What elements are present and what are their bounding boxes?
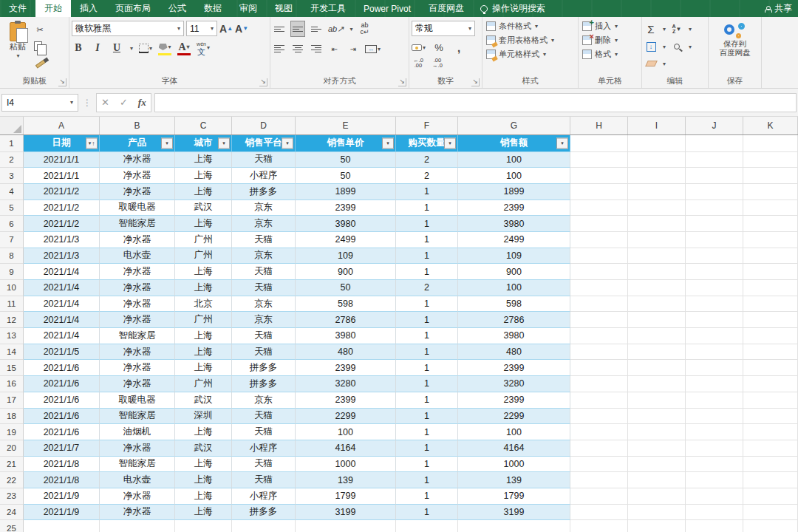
table-cell[interactable]: 广州 bbox=[175, 232, 232, 248]
table-cell[interactable]: 电水壶 bbox=[100, 472, 175, 488]
table-cell[interactable]: 2021/1/8 bbox=[24, 457, 100, 473]
empty-cell[interactable] bbox=[686, 505, 743, 521]
empty-cell[interactable] bbox=[686, 152, 743, 168]
empty-cell[interactable] bbox=[570, 232, 628, 248]
empty-cell[interactable] bbox=[686, 168, 743, 184]
table-cell[interactable]: 上海 bbox=[175, 472, 232, 488]
row-number[interactable]: 9 bbox=[0, 264, 24, 280]
wrap-text-button[interactable]: abc↵ bbox=[358, 21, 371, 36]
filter-sort-button[interactable]: ▾↑ bbox=[86, 137, 98, 149]
table-cell[interactable]: 智能家居 bbox=[100, 216, 175, 232]
table-cell[interactable]: 2021/1/4 bbox=[24, 328, 100, 344]
row-number[interactable]: 25 bbox=[0, 520, 24, 532]
filter-button[interactable]: ▾ bbox=[382, 137, 394, 149]
align-center-button[interactable] bbox=[291, 41, 304, 56]
empty-cell[interactable] bbox=[628, 280, 686, 296]
top-align-button[interactable] bbox=[273, 21, 286, 36]
bold-button[interactable]: B bbox=[72, 41, 85, 55]
table-cell[interactable]: 1799 bbox=[296, 488, 396, 505]
table-cell[interactable]: 1899 bbox=[458, 184, 570, 200]
empty-cell[interactable] bbox=[570, 440, 628, 457]
table-cell[interactable]: 2021/1/4 bbox=[24, 280, 100, 296]
table-header-platform[interactable]: 销售平台 ▾ bbox=[232, 135, 296, 152]
empty-cell[interactable] bbox=[628, 296, 686, 313]
row-number[interactable]: 5 bbox=[0, 200, 24, 216]
table-cell[interactable]: 天猫 bbox=[232, 328, 296, 344]
tab-baidu-netdisk[interactable]: 百度网盘 bbox=[420, 0, 473, 17]
empty-cell[interactable] bbox=[628, 248, 686, 265]
cancel-icon[interactable]: ✕ bbox=[101, 97, 109, 108]
tab-developer[interactable]: 开发工具 bbox=[301, 0, 355, 17]
empty-cell[interactable] bbox=[686, 232, 743, 248]
table-cell[interactable]: 1899 bbox=[296, 184, 396, 200]
empty-cell[interactable] bbox=[570, 424, 628, 440]
column-header-E[interactable]: E bbox=[296, 117, 396, 134]
tab-formulas[interactable]: 公式 bbox=[160, 0, 195, 17]
format-painter-button[interactable] bbox=[33, 55, 47, 69]
empty-cell[interactable] bbox=[570, 328, 628, 344]
empty-cell[interactable] bbox=[458, 520, 570, 532]
row-number[interactable]: 13 bbox=[0, 328, 24, 344]
table-cell[interactable]: 900 bbox=[458, 264, 570, 280]
empty-cell[interactable] bbox=[743, 472, 798, 488]
align-right-button[interactable] bbox=[310, 41, 323, 56]
table-cell[interactable]: 100 bbox=[458, 424, 570, 440]
table-cell[interactable]: 1 bbox=[396, 440, 458, 457]
tab-home[interactable]: 开始 bbox=[35, 0, 71, 17]
empty-cell[interactable] bbox=[570, 457, 628, 473]
empty-cell[interactable] bbox=[628, 457, 686, 473]
table-cell[interactable]: 净水器 bbox=[100, 344, 175, 361]
table-cell[interactable]: 3980 bbox=[296, 216, 396, 232]
table-cell[interactable]: 2021/1/6 bbox=[24, 409, 100, 425]
empty-cell[interactable] bbox=[686, 472, 743, 488]
clear-button[interactable] bbox=[644, 56, 658, 71]
table-cell[interactable]: 小程序 bbox=[232, 488, 296, 505]
row-number[interactable]: 10 bbox=[0, 280, 24, 296]
table-cell[interactable]: 天猫 bbox=[232, 472, 296, 488]
table-cell[interactable]: 1 bbox=[396, 184, 458, 200]
table-cell[interactable]: 1 bbox=[396, 328, 458, 344]
table-cell[interactable]: 139 bbox=[296, 472, 396, 488]
column-header-K[interactable]: K bbox=[743, 117, 798, 134]
tab-view[interactable]: 视图 bbox=[266, 0, 301, 17]
table-cell[interactable]: 京东 bbox=[232, 200, 296, 216]
table-cell[interactable]: 2021/1/4 bbox=[24, 296, 100, 313]
empty-cell[interactable] bbox=[570, 520, 628, 532]
empty-cell[interactable] bbox=[175, 520, 232, 532]
phonetic-guide-button[interactable]: wén文▾ bbox=[197, 41, 210, 55]
underline-button[interactable]: U bbox=[110, 41, 123, 55]
font-dialog-launcher[interactable]: ↘ bbox=[259, 78, 267, 86]
table-cell[interactable]: 1 bbox=[396, 312, 458, 328]
empty-cell[interactable] bbox=[686, 392, 743, 409]
row-number[interactable]: 23 bbox=[0, 488, 24, 505]
empty-cell[interactable] bbox=[628, 520, 686, 532]
format-as-table-button[interactable]: 套用表格格式▾ bbox=[485, 33, 576, 47]
table-cell[interactable]: 2021/1/6 bbox=[24, 424, 100, 440]
table-cell[interactable]: 1 bbox=[396, 264, 458, 280]
font-name-select[interactable]: 微软雅黑▾ bbox=[72, 21, 184, 36]
table-cell[interactable]: 2021/1/2 bbox=[24, 184, 100, 200]
table-cell[interactable]: 1 bbox=[396, 248, 458, 265]
column-header-F[interactable]: F bbox=[396, 117, 458, 134]
table-cell[interactable]: 100 bbox=[458, 168, 570, 184]
empty-cell[interactable] bbox=[686, 409, 743, 425]
merge-center-button[interactable]: ↔▾ bbox=[365, 41, 381, 56]
row-number[interactable]: 2 bbox=[0, 152, 24, 168]
table-cell[interactable]: 2021/1/4 bbox=[24, 312, 100, 328]
tab-power-pivot[interactable]: Power Pivot bbox=[355, 0, 420, 17]
table-cell[interactable]: 上海 bbox=[175, 505, 232, 521]
fill-button[interactable]: ↓ bbox=[644, 39, 658, 54]
table-cell[interactable]: 1000 bbox=[458, 457, 570, 473]
table-cell[interactable]: 电水壶 bbox=[100, 248, 175, 265]
empty-cell[interactable] bbox=[628, 488, 686, 505]
empty-cell[interactable] bbox=[743, 409, 798, 425]
table-cell[interactable]: 1000 bbox=[296, 457, 396, 473]
table-header-quantity[interactable]: 购买数量 ▾ bbox=[396, 135, 458, 152]
table-cell[interactable]: 2499 bbox=[458, 232, 570, 248]
empty-cell[interactable] bbox=[628, 312, 686, 328]
table-cell[interactable]: 2 bbox=[396, 152, 458, 168]
empty-cell[interactable] bbox=[686, 457, 743, 473]
table-cell[interactable]: 取暖电器 bbox=[100, 200, 175, 216]
empty-cell[interactable] bbox=[628, 168, 686, 184]
row-number[interactable]: 15 bbox=[0, 360, 24, 376]
